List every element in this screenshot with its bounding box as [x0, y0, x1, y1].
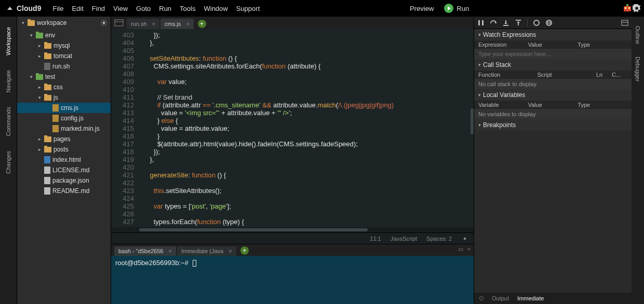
cursor-position: 11:1: [370, 236, 381, 242]
svg-rect-5: [115, 20, 123, 26]
cloud9-menu-arrow-icon[interactable]: [7, 7, 12, 10]
tree-row-cms-js[interactable]: cms.js: [17, 103, 111, 113]
rail-changes[interactable]: Changes: [5, 151, 11, 174]
tab-immediate[interactable]: Immediate (Java ×: [177, 246, 236, 256]
tab-bash[interactable]: bash - "d5be2656 ×: [114, 246, 176, 256]
indent-setting[interactable]: Spaces: 2: [426, 236, 452, 242]
tab-label: cms.js: [165, 21, 181, 27]
menu-window[interactable]: Window: [204, 5, 227, 12]
preferences-gear-icon[interactable]: [633, 4, 641, 12]
svg-rect-9: [482, 20, 484, 25]
file-tree[interactable]: ▾env▸mysql▸tomcatrun.sh▾test▸css▾jscms.j…: [17, 29, 111, 304]
rail-outline[interactable]: Outline: [635, 26, 641, 44]
svg-rect-11: [516, 20, 521, 21]
tree-row-css[interactable]: ▸css: [17, 82, 111, 92]
watch-expression-input[interactable]: [474, 49, 632, 59]
pause-icon[interactable]: [477, 19, 485, 26]
debugger-toolbar: [474, 17, 632, 29]
close-icon[interactable]: ×: [229, 248, 232, 254]
run-button[interactable]: Run: [444, 4, 469, 13]
tab-add-button[interactable]: +: [198, 20, 206, 28]
watch-columns: ExpressionValueType: [474, 40, 632, 49]
vertical-scrollbar[interactable]: [471, 108, 474, 134]
brand[interactable]: Cloud9: [17, 4, 41, 12]
locals-header[interactable]: ▾Local Variables: [474, 89, 632, 101]
menu-edit[interactable]: Edit: [72, 5, 83, 12]
deactivate-breakpoints-icon[interactable]: [533, 19, 540, 26]
pause-exceptions-icon[interactable]: [545, 19, 553, 26]
menu-find[interactable]: Find: [92, 5, 105, 12]
code-body[interactable]: }); }, setSiteAttributes: function () { …: [138, 29, 474, 227]
workspace-root-label[interactable]: workspace: [37, 19, 66, 26]
file-tree-panel: ▾ workspace ▾env▸mysql▸tomcatrun.sh▾test…: [17, 17, 111, 304]
close-icon[interactable]: ×: [152, 21, 155, 27]
step-into-icon[interactable]: [502, 19, 509, 26]
tree-row-test[interactable]: ▾test: [17, 72, 111, 82]
status-dot-icon: [479, 296, 484, 300]
tree-row-config-js[interactable]: config.js: [17, 113, 111, 123]
horizontal-scrollbar[interactable]: [111, 227, 474, 232]
tree-row-run-sh[interactable]: run.sh: [17, 61, 111, 72]
close-icon[interactable]: ×: [186, 21, 189, 27]
panel-layout-icon[interactable]: [621, 19, 628, 26]
tree-row-mysql[interactable]: ▸mysql: [17, 40, 111, 51]
tree-row-env[interactable]: ▾env: [17, 30, 111, 40]
svg-rect-1: [625, 7, 626, 9]
step-over-icon[interactable]: [490, 19, 497, 26]
debugger-panel: ▾Watch Expressions ExpressionValueType ▾…: [474, 17, 632, 304]
rail-navigate[interactable]: Navigate: [5, 70, 11, 92]
footer-immediate[interactable]: Immediate: [517, 295, 544, 301]
tree-row-README-md[interactable]: README.md: [17, 186, 111, 196]
editor-settings-gear-icon[interactable]: [461, 235, 468, 242]
tab-label: run.sh: [131, 21, 147, 27]
tree-settings-gear-icon[interactable]: [100, 19, 108, 26]
right-rail: Outline Debugger: [632, 17, 644, 304]
rail-commands[interactable]: Commands: [5, 107, 11, 136]
line-gutter: 4034044054064074084094104114124134144154…: [111, 29, 138, 227]
play-icon: [444, 4, 453, 13]
close-icon[interactable]: ×: [168, 248, 171, 254]
terminal-prompt: root@d5be2656993b:~#: [115, 259, 189, 267]
callstack-empty: No call stack to display: [474, 79, 632, 89]
tree-row-index-html[interactable]: index.html: [17, 155, 111, 165]
maximize-icon[interactable]: ▭: [458, 246, 463, 253]
tree-row-marked-min-js[interactable]: marked.min.js: [17, 123, 111, 134]
code-editor[interactable]: 4034044054064074084094104114124134144154…: [111, 29, 474, 227]
tab-label: bash - "d5be2656: [118, 248, 163, 254]
tree-row-pages[interactable]: ▸pages: [17, 134, 111, 144]
tab-cms-js[interactable]: cms.js ×: [160, 19, 194, 29]
menu-run[interactable]: Run: [159, 5, 171, 12]
rail-workspace[interactable]: Workspace: [5, 27, 11, 56]
svg-rect-10: [503, 25, 508, 26]
watch-header[interactable]: ▾Watch Expressions: [474, 29, 632, 40]
language-mode[interactable]: JavaScript: [391, 236, 417, 242]
terminal-tabbar: bash - "d5be2656 × Immediate (Java × + ▭…: [111, 244, 474, 256]
caret-icon[interactable]: ▾: [20, 20, 25, 25]
tree-row-posts[interactable]: ▸posts: [17, 144, 111, 155]
locals-columns: VariableValueType: [474, 101, 632, 109]
left-rail: Workspace Navigate Commands Changes: [0, 17, 17, 304]
tab-run-sh[interactable]: run.sh ×: [127, 19, 159, 29]
collab-icon[interactable]: [622, 3, 633, 13]
close-panel-icon[interactable]: ×: [467, 246, 471, 253]
callstack-header[interactable]: ▾Call Stack: [474, 59, 632, 71]
menu-file[interactable]: File: [52, 5, 63, 12]
tree-row-js[interactable]: ▾js: [17, 92, 111, 103]
tree-row-tomcat[interactable]: ▸tomcat: [17, 51, 111, 61]
breakpoints-header[interactable]: ▾Breakpoints: [474, 119, 632, 131]
menu-goto[interactable]: Goto: [136, 5, 151, 12]
terminal[interactable]: root@d5be2656993b:~#: [111, 256, 474, 304]
panes-icon[interactable]: [114, 18, 124, 27]
preview-button[interactable]: Preview: [410, 5, 434, 12]
terminal-tab-add-button[interactable]: +: [240, 246, 249, 255]
menu-tools[interactable]: Tools: [180, 5, 195, 12]
svg-rect-8: [478, 20, 480, 25]
tree-row-package-json[interactable]: package.json: [17, 175, 111, 186]
tree-row-LICENSE-md[interactable]: LICENSE.md: [17, 165, 111, 175]
rail-debugger[interactable]: Debugger: [635, 57, 641, 81]
editor-statusbar: 11:1 JavaScript Spaces: 2: [111, 232, 474, 244]
menu-support[interactable]: Support: [236, 5, 260, 12]
step-out-icon[interactable]: [515, 19, 522, 26]
footer-output[interactable]: Output: [492, 295, 509, 301]
menu-view[interactable]: View: [113, 5, 128, 12]
